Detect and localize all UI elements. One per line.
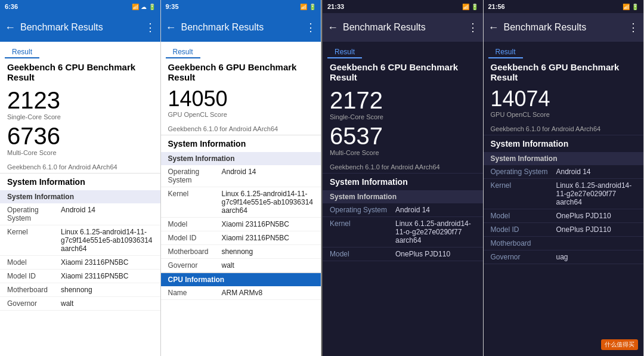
key-os-3: Operating System xyxy=(330,206,395,214)
scores-4: 14074 GPU OpenCL Score xyxy=(484,85,644,123)
key-gov-2: Governor xyxy=(168,261,222,270)
back-button-1[interactable]: ← xyxy=(5,21,16,34)
back-button-3[interactable]: ← xyxy=(327,21,338,34)
sub-section-2: System Information xyxy=(161,152,321,165)
row-gov-1: Governor walt xyxy=(0,297,160,311)
battery-icon-4: 🔋 xyxy=(631,4,639,10)
score-label-gpu-2: GPU OpenCL Score xyxy=(168,111,314,118)
key-model-3: Model xyxy=(330,250,395,258)
row-modelid-4: Model ID OnePlus PJD110 xyxy=(484,223,644,237)
status-bar-1: 6:36 📶 ☁ 🔋 xyxy=(0,0,160,13)
time-1: 6:36 xyxy=(5,3,18,10)
val-modelid-4: OnePlus PJD110 xyxy=(556,225,637,234)
bench-title-4: Geekbench 6 GPU BenchmarkResult xyxy=(484,58,644,85)
app-container: 6:36 📶 ☁ 🔋 ← Benchmark Results ⋮ Result … xyxy=(0,0,644,356)
bench-title-1: Geekbench 6 CPU Benchmark Result xyxy=(0,58,160,85)
row-mb-1: Motherboard shennong xyxy=(0,283,160,297)
more-button-3[interactable]: ⋮ xyxy=(467,21,478,34)
key-model-2: Model xyxy=(168,220,222,228)
battery-icon-2: 🔋 xyxy=(309,4,316,10)
val-model-1: Xiaomi 23116PN5BC xyxy=(61,258,153,267)
val-cpu-name-2: ARM ARMv8 xyxy=(222,289,314,297)
signal-icon-4: 📶 xyxy=(623,4,630,10)
key-kernel-4: Kernel xyxy=(491,181,556,206)
score-gpu-4: 14074 xyxy=(491,87,637,111)
result-label-2: Result xyxy=(166,44,200,58)
score-single-3: 2172 xyxy=(330,87,476,113)
back-button-4[interactable]: ← xyxy=(488,21,499,34)
panel-1: 6:36 📶 ☁ 🔋 ← Benchmark Results ⋮ Result … xyxy=(0,0,161,356)
score-multi-3: 6537 xyxy=(330,123,476,149)
bench-title-2: Geekbench 6 GPU Benchmark Result xyxy=(161,58,321,85)
val-mb-2: shennong xyxy=(222,247,314,256)
row-mb-4: Motherboard xyxy=(484,237,644,250)
section-header-2: System Information xyxy=(161,135,321,152)
status-icons-3: 📶 🔋 xyxy=(462,4,478,10)
app-bar-4: ← Benchmark Results ⋮ xyxy=(484,13,644,42)
val-gov-1: walt xyxy=(61,299,153,308)
status-icons-2: 📶 🔋 xyxy=(300,4,316,10)
result-label-4: Result xyxy=(488,44,523,58)
row-cpu-name-2: Name ARM ARMv8 xyxy=(161,286,321,300)
row-model-2: Model Xiaomi 23116PN5BC xyxy=(161,218,321,231)
back-button-2[interactable]: ← xyxy=(166,21,177,34)
app-bar-title-1: Benchmark Results xyxy=(20,22,140,33)
key-gov-1: Governor xyxy=(7,299,61,308)
key-kernel-1: Kernel xyxy=(7,228,61,253)
time-2: 9:35 xyxy=(166,3,179,10)
content-3: Result Geekbench 6 CPU BenchmarkResult 2… xyxy=(323,42,483,356)
time-4: 21:56 xyxy=(488,3,505,10)
key-os-4: Operating System xyxy=(491,168,556,176)
row-gov-2: Governor walt xyxy=(161,259,321,273)
scores-1: 2123 Single-Core Score 6736 Multi-Core S… xyxy=(0,85,160,161)
key-modelid-2: Model ID xyxy=(168,234,222,242)
more-button-4[interactable]: ⋮ xyxy=(628,21,639,34)
watermark: 什么值得买 xyxy=(601,339,638,350)
app-bar-2: ← Benchmark Results ⋮ xyxy=(161,13,321,42)
row-modelid-1: Model ID Xiaomi 23116PN5BC xyxy=(0,270,160,283)
key-mb-2: Motherboard xyxy=(168,247,222,256)
val-modelid-2: Xiaomi 23116PN5BC xyxy=(222,234,314,242)
val-mb-1: shennong xyxy=(61,286,153,294)
scores-3: 2172 Single-Core Score 6537 Multi-Core S… xyxy=(323,85,483,161)
more-button-2[interactable]: ⋮ xyxy=(305,21,316,34)
key-model-1: Model xyxy=(7,258,61,267)
row-kernel-2: Kernel Linux 6.1.25-android14-11-g7c9f14… xyxy=(161,187,321,218)
score-label-multi-3: Multi-Core Score xyxy=(330,149,476,156)
val-kernel-1: Linux 6.1.25-android14-11-g7c9f14e551e5-… xyxy=(61,228,153,253)
content-2: Result Geekbench 6 GPU Benchmark Result … xyxy=(161,42,321,356)
key-mb-1: Motherboard xyxy=(7,286,61,294)
row-model-3: Model OnePlus PJD110 xyxy=(323,247,483,261)
bench-title-3: Geekbench 6 CPU BenchmarkResult xyxy=(323,58,483,85)
val-model-3: OnePlus PJD110 xyxy=(395,250,476,258)
sub-section-4: System Information xyxy=(484,152,644,165)
time-3: 21:33 xyxy=(327,3,344,10)
key-gov-4: Governor xyxy=(491,253,556,261)
val-os-3: Android 14 xyxy=(395,206,476,214)
version-4: Geekbench 6.1.0 for Android AArch64 xyxy=(484,123,644,135)
val-os-1: Android 14 xyxy=(61,206,153,222)
panel-2: 9:35 📶 🔋 ← Benchmark Results ⋮ Result Ge… xyxy=(161,0,322,356)
sub-section-1: System Information xyxy=(0,190,160,203)
key-cpu-name-2: Name xyxy=(168,289,222,297)
section-header-4: System Information xyxy=(484,135,644,152)
more-button-1[interactable]: ⋮ xyxy=(145,21,156,34)
version-2: Geekbench 6.1.0 for Android AArch64 xyxy=(161,123,321,135)
key-model-4: Model xyxy=(491,212,556,220)
row-os-4: Operating System Android 14 xyxy=(484,165,644,179)
status-bar-2: 9:35 📶 🔋 xyxy=(161,0,321,13)
key-kernel-2: Kernel xyxy=(168,190,222,215)
version-3: Geekbench 6.1.0 for Android AArch64 xyxy=(323,161,483,173)
score-label-single-3: Single-Core Score xyxy=(330,113,476,120)
row-model-4: Model OnePlus PJD110 xyxy=(484,209,644,223)
panel-3: 21:33 📶 🔋 ← Benchmark Results ⋮ Result G… xyxy=(323,0,484,356)
key-kernel-3: Kernel xyxy=(330,219,395,244)
content-4: Result Geekbench 6 GPU BenchmarkResult 1… xyxy=(484,42,644,356)
row-os-2: Operating System Android 14 xyxy=(161,165,321,187)
score-single-1: 2123 xyxy=(7,87,153,113)
key-modelid-1: Model ID xyxy=(7,272,61,280)
val-gov-4: uag xyxy=(556,253,637,261)
status-icons-1: 📶 ☁ 🔋 xyxy=(132,4,156,10)
key-os-1: Operating System xyxy=(7,206,61,222)
row-os-1: Operating System Android 14 xyxy=(0,203,160,225)
